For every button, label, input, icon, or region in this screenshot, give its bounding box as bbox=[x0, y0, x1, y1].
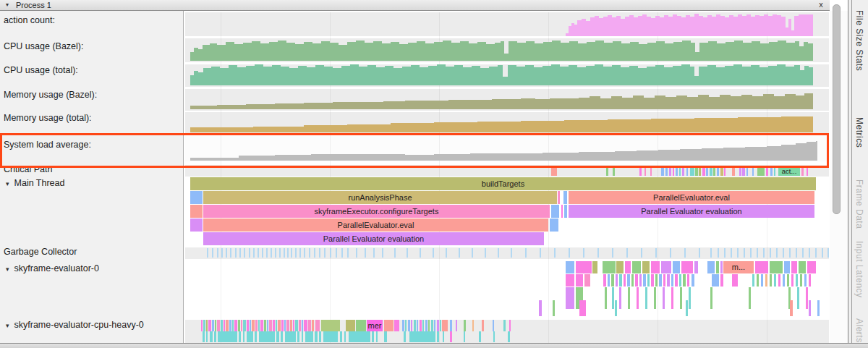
flame-bar[interactable] bbox=[226, 320, 229, 331]
flame-bar[interactable] bbox=[264, 320, 266, 331]
sidebar-tab-metrics[interactable]: Metrics bbox=[854, 117, 864, 148]
flame-bar[interactable] bbox=[238, 320, 240, 331]
flame-bar[interactable] bbox=[558, 191, 560, 204]
flame-bar[interactable] bbox=[243, 320, 246, 331]
flame-bar[interactable] bbox=[799, 261, 806, 273]
flame-bar[interactable] bbox=[682, 166, 684, 176]
flame-bar[interactable] bbox=[255, 331, 257, 342]
gc-event-tick[interactable] bbox=[330, 248, 331, 258]
flame-bar[interactable] bbox=[229, 320, 231, 331]
flame-bar[interactable] bbox=[321, 320, 340, 331]
flame-bar[interactable] bbox=[308, 320, 311, 331]
gc-event-tick[interactable] bbox=[750, 248, 752, 258]
gc-event-tick[interactable] bbox=[626, 248, 628, 258]
flame-bar[interactable] bbox=[346, 320, 355, 331]
gc-event-tick[interactable] bbox=[341, 248, 343, 258]
flame-bar[interactable] bbox=[190, 205, 203, 218]
flame-bar[interactable] bbox=[479, 331, 481, 342]
flame-bar[interactable] bbox=[770, 261, 783, 273]
flame-bar[interactable] bbox=[687, 274, 689, 287]
flame-bar[interactable] bbox=[650, 166, 652, 176]
flame-bar[interactable] bbox=[450, 331, 452, 342]
flame-bar[interactable] bbox=[509, 320, 511, 331]
flame-bar[interactable] bbox=[605, 287, 607, 309]
counter-track-system-load-average[interactable] bbox=[190, 141, 817, 161]
flame-bar[interactable] bbox=[221, 320, 223, 331]
gc-event-tick[interactable] bbox=[235, 248, 237, 258]
flame-bar[interactable] bbox=[551, 166, 557, 176]
flame-bar[interactable] bbox=[472, 320, 474, 331]
flame-bar[interactable] bbox=[679, 274, 681, 287]
flame-bar[interactable] bbox=[394, 320, 399, 331]
flame-bar[interactable] bbox=[442, 320, 448, 331]
flame-bar-parallel-evaluator-evaluation[interactable]: Parallel Evaluator evaluation bbox=[569, 205, 814, 218]
flame-bar[interactable] bbox=[267, 320, 268, 331]
flame-bar[interactable] bbox=[203, 331, 205, 342]
flame-bar[interactable] bbox=[809, 274, 811, 287]
gc-event-tick[interactable] bbox=[407, 248, 408, 258]
flame-bar[interactable] bbox=[639, 274, 642, 287]
flame-bar[interactable] bbox=[450, 320, 452, 331]
flame-bar[interactable] bbox=[273, 320, 275, 331]
flame-bar[interactable] bbox=[434, 320, 435, 331]
counter-track-cpu-usage-bazel-[interactable] bbox=[190, 41, 813, 61]
gc-event-tick[interactable] bbox=[472, 248, 473, 258]
flame-bar[interactable] bbox=[766, 166, 768, 176]
gc-event-tick[interactable] bbox=[291, 248, 292, 258]
flame-bar[interactable] bbox=[428, 320, 430, 331]
flame-bar[interactable] bbox=[651, 274, 654, 287]
flame-bar[interactable] bbox=[671, 274, 673, 287]
flame-bar[interactable] bbox=[503, 320, 506, 331]
flame-bar[interactable] bbox=[252, 320, 255, 331]
flame-bar[interactable] bbox=[619, 287, 621, 309]
gc-event-tick[interactable] bbox=[226, 248, 227, 258]
horizontal-scrollbar[interactable] bbox=[0, 343, 868, 348]
gc-event-tick[interactable] bbox=[365, 248, 366, 258]
gc-event-tick[interactable] bbox=[394, 248, 396, 258]
flame-bar[interactable] bbox=[707, 261, 715, 273]
gc-event-tick[interactable] bbox=[525, 248, 527, 258]
flame-bar[interactable] bbox=[579, 300, 586, 316]
flame-bar[interactable] bbox=[258, 320, 260, 331]
sidebar-tab-file-size-stats[interactable]: File Size Stats bbox=[854, 10, 864, 71]
gc-event-tick[interactable] bbox=[271, 248, 272, 258]
gc-event-tick[interactable] bbox=[279, 248, 281, 258]
flame-bar[interactable] bbox=[302, 320, 303, 331]
flame-bar-buildtargets[interactable]: buildTargets bbox=[190, 177, 816, 190]
flame-bar[interactable] bbox=[349, 331, 370, 342]
flame-bar[interactable] bbox=[250, 320, 251, 331]
flame-bar[interactable] bbox=[431, 320, 433, 331]
flame-bar[interactable] bbox=[584, 274, 590, 287]
flame-bar[interactable] bbox=[276, 320, 277, 331]
gc-event-tick[interactable] bbox=[295, 248, 297, 258]
gc-event-tick[interactable] bbox=[540, 248, 541, 258]
flame-bar[interactable] bbox=[732, 166, 735, 176]
flame-bar[interactable] bbox=[686, 166, 688, 176]
flame-bar[interactable] bbox=[243, 331, 244, 342]
flame-bar[interactable] bbox=[661, 261, 671, 273]
flame-bar[interactable] bbox=[637, 287, 639, 309]
flame-bar[interactable] bbox=[356, 320, 366, 331]
flame-bar[interactable] bbox=[671, 287, 673, 309]
flame-bar[interactable] bbox=[673, 261, 680, 273]
flame-bar[interactable] bbox=[673, 166, 674, 176]
flame-bar[interactable] bbox=[493, 320, 494, 331]
gc-event-tick[interactable] bbox=[655, 248, 657, 258]
flame-bar[interactable] bbox=[647, 274, 650, 287]
gc-event-tick[interactable] bbox=[554, 248, 556, 258]
flame-bar[interactable] bbox=[402, 320, 404, 331]
flame-bar[interactable] bbox=[319, 331, 321, 342]
gc-event-tick[interactable] bbox=[336, 248, 337, 258]
flame-bar[interactable] bbox=[801, 166, 804, 176]
flame-bar[interactable] bbox=[215, 320, 216, 331]
gc-event-tick[interactable] bbox=[304, 248, 305, 258]
flame-bar[interactable] bbox=[713, 166, 715, 176]
flame-bar[interactable] bbox=[732, 274, 738, 287]
gc-event-tick[interactable] bbox=[207, 248, 208, 258]
flame-bar[interactable] bbox=[635, 274, 638, 287]
gc-event-tick[interactable] bbox=[511, 248, 512, 258]
flame-bar[interactable] bbox=[290, 320, 292, 331]
counter-track-cpu-usage-total-[interactable] bbox=[190, 64, 813, 85]
flame-bar[interactable] bbox=[302, 331, 303, 342]
flame-bar[interactable] bbox=[376, 331, 378, 342]
